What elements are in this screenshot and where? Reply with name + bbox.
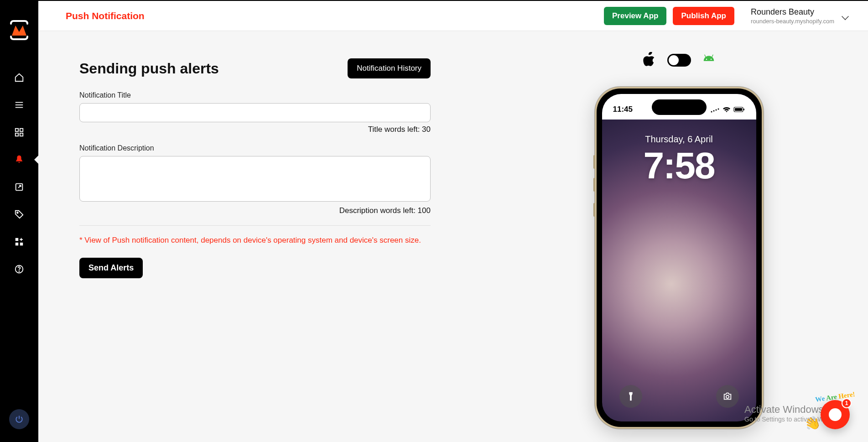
main: Push Notification Preview App Publish Ap… (38, 0, 868, 442)
svg-rect-9 (16, 238, 18, 241)
nav-menu[interactable] (0, 91, 38, 119)
nav-grid[interactable] (0, 119, 38, 146)
svg-point-14 (706, 59, 707, 60)
svg-rect-3 (16, 129, 18, 131)
divider (79, 225, 431, 226)
nav-help[interactable] (0, 255, 38, 283)
svg-point-18 (715, 109, 717, 111)
nav-add-widget[interactable] (0, 228, 38, 255)
notification-history-button[interactable]: Notification History (348, 58, 431, 78)
camera-icon (716, 385, 739, 408)
topbar: Push Notification Preview App Publish Ap… (38, 0, 868, 31)
os-switch[interactable] (667, 54, 691, 67)
status-time: 11:45 (613, 105, 633, 114)
content: Sending push alerts Notification History… (38, 31, 868, 442)
status-icons (711, 106, 745, 113)
chat-badge: 1 (842, 398, 852, 408)
phone-screen: 11:45 Thursday, 6 April 7:58 (602, 94, 756, 421)
store-name: Rounders Beauty (751, 7, 834, 17)
svg-point-19 (717, 109, 719, 110)
svg-point-8 (17, 212, 18, 213)
phone-frame: 11:45 Thursday, 6 April 7:58 (595, 87, 764, 429)
os-toggle (643, 52, 716, 68)
description-counter: Description words left: 100 (79, 206, 431, 215)
svg-rect-4 (20, 129, 23, 131)
nav-tag[interactable] (0, 201, 38, 228)
dynamic-island (652, 99, 707, 115)
nav-external[interactable] (0, 173, 38, 201)
svg-point-16 (711, 111, 712, 113)
description-label: Notification Description (79, 144, 490, 152)
android-icon (702, 52, 716, 68)
svg-rect-5 (16, 133, 18, 136)
svg-rect-22 (735, 108, 742, 111)
apple-icon (643, 52, 656, 68)
svg-rect-21 (743, 109, 744, 110)
svg-rect-10 (16, 243, 18, 245)
lock-date: Thursday, 6 April (602, 134, 756, 145)
power-button[interactable] (9, 409, 29, 429)
nav-home[interactable] (0, 64, 38, 91)
title-counter: Title words left: 30 (79, 125, 431, 134)
lock-time: 7:58 (602, 144, 756, 187)
app-logo (8, 18, 30, 42)
nav-notifications[interactable] (0, 146, 38, 173)
svg-point-17 (713, 110, 714, 112)
store-domain: rounders-beauty.myshopify.com (751, 18, 834, 25)
svg-rect-11 (20, 243, 23, 245)
svg-point-13 (19, 271, 19, 271)
preview-app-button[interactable]: Preview App (604, 7, 666, 25)
form-heading: Sending push alerts (79, 60, 348, 77)
flashlight-icon (619, 385, 642, 408)
chat-widget-button[interactable]: 1 (821, 400, 850, 429)
notification-title-input[interactable] (79, 103, 431, 122)
sidebar (0, 0, 38, 442)
title-label: Notification Title (79, 91, 490, 99)
push-form-panel: Sending push alerts Notification History… (38, 31, 490, 442)
notification-description-input[interactable] (79, 156, 431, 202)
svg-rect-6 (20, 133, 23, 136)
disclaimer-text: * View of Push notification content, dep… (79, 236, 431, 245)
svg-point-23 (726, 395, 728, 398)
preview-panel: 11:45 Thursday, 6 April 7:58 (490, 31, 868, 442)
svg-point-15 (710, 59, 712, 60)
send-alerts-button[interactable]: Send Alerts (79, 258, 143, 278)
store-selector[interactable]: Rounders Beauty rounders-beauty.myshopif… (751, 7, 849, 25)
page-title: Push Notification (66, 10, 145, 21)
publish-app-button[interactable]: Publish App (673, 7, 734, 25)
